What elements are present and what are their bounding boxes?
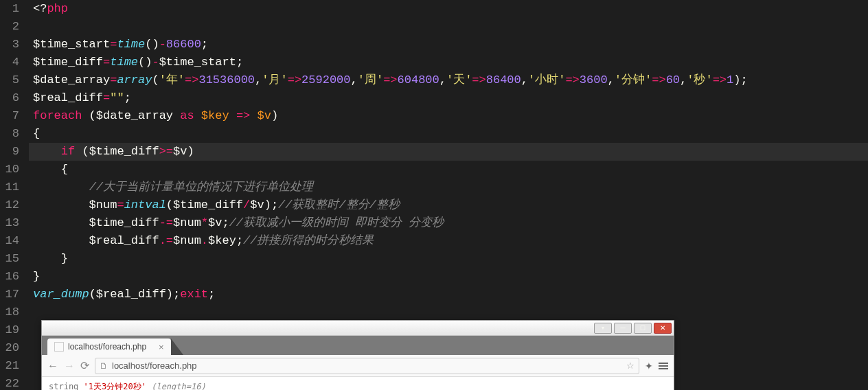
bookmark-star-icon[interactable]: ☆ xyxy=(626,360,635,371)
output-length: (length=16) xyxy=(151,382,205,390)
page-content: string '1天3分钟20秒' (length=16) xyxy=(42,377,674,390)
line-number: 11 xyxy=(0,179,19,196)
code-line[interactable]: $time_start=time()-86600; xyxy=(29,36,868,54)
code-line[interactable]: $num=intval($time_diff/$v);//获取整时/整分/整秒 xyxy=(29,196,868,214)
line-number: 6 xyxy=(0,89,19,107)
code-line[interactable]: { xyxy=(29,161,868,179)
code-line[interactable]: if ($time_diff>=$v) xyxy=(29,143,868,161)
code-line[interactable]: $real_diff.=$num.$key;//拼接所得的时分秒结果 xyxy=(29,232,868,250)
line-number: 1 xyxy=(0,0,19,18)
code-line[interactable] xyxy=(29,18,868,36)
line-number-gutter: 12345678910111213141516171819202122 xyxy=(0,0,29,390)
line-number: 10 xyxy=(0,161,19,179)
code-line[interactable]: foreach ($date_array as $key => $v) xyxy=(29,107,868,125)
back-button[interactable]: ← xyxy=(47,360,58,372)
line-number: 17 xyxy=(0,286,19,303)
window-close-button[interactable] xyxy=(654,323,672,334)
extensions-icon[interactable]: ✦ xyxy=(645,360,653,371)
new-tab-button[interactable] xyxy=(171,339,183,355)
browser-tab[interactable]: localhost/foreach.php × xyxy=(47,339,171,355)
line-number: 18 xyxy=(0,303,19,321)
code-line[interactable]: <?php xyxy=(29,0,868,18)
code-line[interactable]: $time_diff-=$num*$v;//获取减小一级的时间 即时变分 分变秒 xyxy=(29,214,868,232)
code-line[interactable]: $time_diff=time()-$time_start; xyxy=(29,54,868,71)
page-favicon xyxy=(54,342,64,352)
line-number: 14 xyxy=(0,232,19,250)
line-number: 7 xyxy=(0,107,19,125)
window-titlebar xyxy=(42,321,674,336)
forward-button[interactable]: → xyxy=(64,360,75,372)
line-number: 3 xyxy=(0,36,19,54)
window-maximize-button[interactable] xyxy=(634,323,652,334)
code-line[interactable]: } xyxy=(29,250,868,268)
window-dropdown-button[interactable] xyxy=(594,323,612,334)
tab-close-icon[interactable]: × xyxy=(159,342,164,352)
browser-addressbar: ← → ⟳ 🗋 localhost/foreach.php ☆ ✦ xyxy=(42,355,674,377)
line-number: 20 xyxy=(0,339,19,357)
code-line[interactable]: $real_diff=""; xyxy=(29,89,868,107)
menu-button[interactable] xyxy=(659,363,668,369)
code-line[interactable]: { xyxy=(29,125,868,143)
browser-window: localhost/foreach.php × ← → ⟳ 🗋 localhos… xyxy=(41,320,674,390)
page-icon: 🗋 xyxy=(100,361,108,371)
line-number: 4 xyxy=(0,54,19,71)
output-type: string xyxy=(49,382,78,390)
window-minimize-button[interactable] xyxy=(614,323,632,334)
line-number: 5 xyxy=(0,71,19,89)
code-line[interactable]: //大于当前计量单位的情况下进行单位处理 xyxy=(29,179,868,196)
url-input[interactable]: 🗋 localhost/foreach.php ☆ xyxy=(95,358,639,374)
code-line[interactable] xyxy=(29,303,868,321)
tab-title: localhost/foreach.php xyxy=(68,342,146,352)
line-number: 16 xyxy=(0,268,19,286)
line-number: 2 xyxy=(0,18,19,36)
line-number: 12 xyxy=(0,196,19,214)
browser-tabbar: localhost/foreach.php × xyxy=(42,336,674,355)
output-value: '1天3分钟20秒' xyxy=(84,382,146,390)
line-number: 21 xyxy=(0,357,19,375)
code-line[interactable]: } xyxy=(29,268,868,286)
line-number: 22 xyxy=(0,375,19,390)
line-number: 8 xyxy=(0,125,19,143)
line-number: 15 xyxy=(0,250,19,268)
code-line[interactable]: $date_array=array('年'=>31536000,'月'=>259… xyxy=(29,71,868,89)
code-line[interactable]: var_dump($real_diff);exit; xyxy=(29,286,868,303)
line-number: 13 xyxy=(0,214,19,232)
line-number: 19 xyxy=(0,321,19,339)
line-number: 9 xyxy=(0,143,19,161)
url-text: localhost/foreach.php xyxy=(112,360,197,371)
reload-button[interactable]: ⟳ xyxy=(80,359,89,372)
